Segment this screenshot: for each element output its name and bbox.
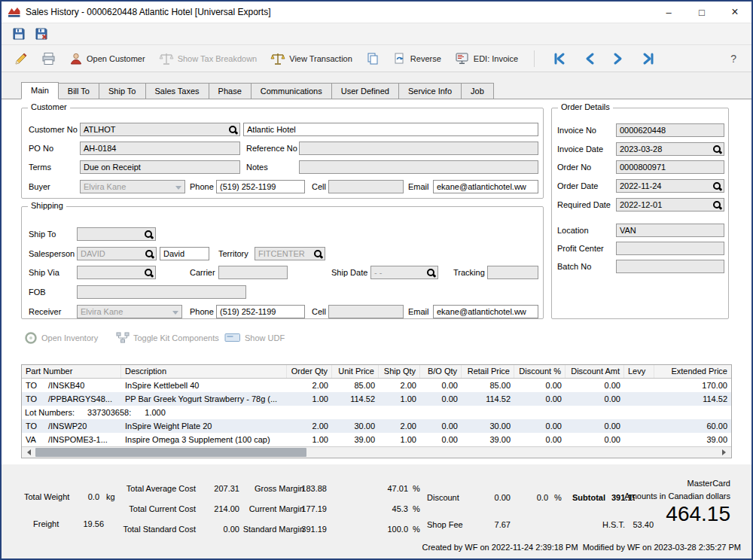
cell-part-number: VA/INSPOME3-1... xyxy=(22,433,121,446)
ship-via-lookup-icon[interactable] xyxy=(144,268,154,278)
tab-communications[interactable]: Communications xyxy=(251,83,332,99)
terms-field[interactable]: Due on Receipt xyxy=(80,160,240,174)
receiver-cell-field[interactable] xyxy=(328,305,404,318)
lot-numbers-row[interactable]: Lot Numbers: 337303658: 1.000 xyxy=(22,406,731,419)
tracking-field[interactable] xyxy=(487,266,538,279)
receiver-cell-label: Cell xyxy=(312,307,326,316)
ship-date-field[interactable]: - - xyxy=(370,266,438,279)
scroll-right-button[interactable] xyxy=(720,447,731,458)
order-date-lookup-icon[interactable] xyxy=(712,181,722,191)
receiver-phone-field[interactable]: (519) 252-1199 xyxy=(216,305,305,318)
scroll-left-button[interactable] xyxy=(22,447,33,458)
buyer-phone-field[interactable]: (519) 252-1199 xyxy=(216,180,305,193)
tab-sales-taxes[interactable]: Sales Taxes xyxy=(145,83,209,99)
column-header-ship-qty[interactable]: Ship Qty xyxy=(379,365,420,378)
show-tax-breakdown-label: Show Tax Breakdown xyxy=(178,54,258,63)
order-date-field[interactable]: 2022-11-24 xyxy=(616,179,724,193)
salesperson-field[interactable]: DAVID xyxy=(77,247,157,260)
location-field[interactable]: VAN xyxy=(616,224,724,237)
customer-lookup-icon[interactable] xyxy=(228,125,238,135)
column-header-description[interactable]: Description xyxy=(121,365,287,378)
invoice-date-field[interactable]: 2023-03-28 xyxy=(616,142,724,156)
profit-center-field[interactable] xyxy=(616,242,724,255)
order-no-field[interactable]: 0000800971 xyxy=(616,160,724,174)
scrollbar-thumb[interactable] xyxy=(35,448,306,457)
close-button[interactable]: × xyxy=(718,2,751,23)
invoice-no-field[interactable]: 0000620448 xyxy=(616,123,724,137)
salesperson-name-field[interactable]: David xyxy=(160,247,209,260)
batch-no-field[interactable] xyxy=(616,260,724,273)
edit-button[interactable] xyxy=(11,50,32,68)
toggle-kit-components-button[interactable]: Toggle Kit Components xyxy=(116,331,219,345)
save-button[interactable] xyxy=(12,27,26,41)
ship-date-lookup-icon[interactable] xyxy=(426,268,436,278)
buyer-cell-field[interactable] xyxy=(328,180,404,193)
notes-field[interactable] xyxy=(299,160,538,174)
receiver-dropdown[interactable]: Elvira Kane xyxy=(77,305,182,318)
ship-via-field[interactable] xyxy=(77,266,156,279)
show-tax-breakdown-button[interactable]: Show Tax Breakdown xyxy=(155,50,261,68)
tab-job[interactable]: Job xyxy=(461,83,494,99)
receiver-email-field[interactable]: ekane@atlantichotel.ww xyxy=(433,305,538,318)
customer-name-field[interactable]: Atlantic Hotel xyxy=(243,123,538,136)
save-close-button[interactable] xyxy=(35,27,48,41)
cell-description: InSpire Kettlebell 40 xyxy=(121,379,287,392)
open-customer-button[interactable]: Open Customer xyxy=(66,50,149,68)
salesperson-lookup-icon[interactable] xyxy=(145,249,154,259)
table-row[interactable]: VA/INSPOME3-1... Inspire Omega 3 Supplem… xyxy=(22,433,731,446)
buyer-dropdown[interactable]: Elvira Kane xyxy=(80,180,185,193)
carrier-field[interactable] xyxy=(218,266,288,279)
column-header-bo-qty[interactable]: B/O Qty xyxy=(420,365,462,378)
column-header-retail-price[interactable]: Retail Price xyxy=(462,365,514,378)
column-header-order-qty[interactable]: Order Qty xyxy=(287,365,332,378)
show-udf-button[interactable]: Show UDF xyxy=(224,333,285,343)
tab-ship-to[interactable]: Ship To xyxy=(99,83,146,99)
tab-bill-to[interactable]: Bill To xyxy=(58,83,99,99)
last-record-button[interactable] xyxy=(636,50,661,67)
column-header-discount-amt[interactable]: Discount Amt xyxy=(566,365,624,378)
open-inventory-button[interactable]: Open Inventory xyxy=(24,331,98,345)
horizontal-scrollbar[interactable] xyxy=(22,446,731,458)
maximize-button[interactable]: □ xyxy=(685,2,718,23)
column-header-unit-price[interactable]: Unit Price xyxy=(332,365,379,378)
column-header-discount-pct[interactable]: Discount % xyxy=(514,365,566,378)
receiver-label: Receiver xyxy=(29,307,61,316)
previous-record-button[interactable] xyxy=(578,50,601,67)
table-row[interactable]: TO/INSWP20 InSpire Weight Plate 20 2.00 … xyxy=(22,419,731,433)
column-header-levy[interactable]: Levy xyxy=(624,365,654,378)
tab-user-defined[interactable]: User Defined xyxy=(331,83,399,99)
ship-to-field[interactable] xyxy=(77,227,156,241)
tab-service-info[interactable]: Service Info xyxy=(398,83,462,99)
copy-button[interactable] xyxy=(362,50,383,68)
customer-no-field[interactable]: ATLHOT xyxy=(80,123,240,136)
po-no-field[interactable]: AH-0184 xyxy=(80,142,240,155)
first-record-button[interactable] xyxy=(547,50,572,67)
terms-label: Terms xyxy=(29,163,51,172)
cell-order-qty: 2.00 xyxy=(287,379,332,392)
cell-discount-amt: 0.00 xyxy=(566,419,624,433)
table-row[interactable]: TO/INSKB40 InSpire Kettlebell 40 2.00 85… xyxy=(22,379,731,392)
table-row[interactable]: TO/PPBARGYS48... PP Bar Greek Yogurt Str… xyxy=(22,392,731,406)
reference-no-field[interactable] xyxy=(299,142,538,155)
edi-invoice-button[interactable]: EDI: Invoice xyxy=(451,50,522,68)
column-header-extended-price[interactable]: Extended Price xyxy=(654,365,731,378)
tab-main[interactable]: Main xyxy=(21,82,59,99)
territory-lookup-icon[interactable] xyxy=(313,249,323,259)
column-header-part-number[interactable]: Part Number xyxy=(22,365,121,378)
ship-to-lookup-icon[interactable] xyxy=(144,230,154,239)
territory-field[interactable]: FITCENTER xyxy=(255,247,325,260)
required-date-field[interactable]: 2022-12-01 xyxy=(616,198,724,212)
tab-phase[interactable]: Phase xyxy=(209,83,252,99)
print-button[interactable] xyxy=(38,50,59,68)
minimize-button[interactable]: – xyxy=(652,2,685,23)
view-transaction-button[interactable]: View Transaction xyxy=(267,50,356,68)
customer-legend: Customer xyxy=(28,102,70,111)
help-button[interactable]: ? xyxy=(724,53,742,65)
required-date-lookup-icon[interactable] xyxy=(712,200,722,210)
fob-field[interactable] xyxy=(77,285,246,299)
invoice-date-lookup-icon[interactable] xyxy=(712,145,722,154)
next-record-button[interactable] xyxy=(607,50,630,67)
reverse-button[interactable]: Reverse xyxy=(389,50,445,68)
buyer-email-field[interactable]: ekane@atlantichotel.ww xyxy=(433,180,538,193)
cell-levy xyxy=(624,379,654,392)
